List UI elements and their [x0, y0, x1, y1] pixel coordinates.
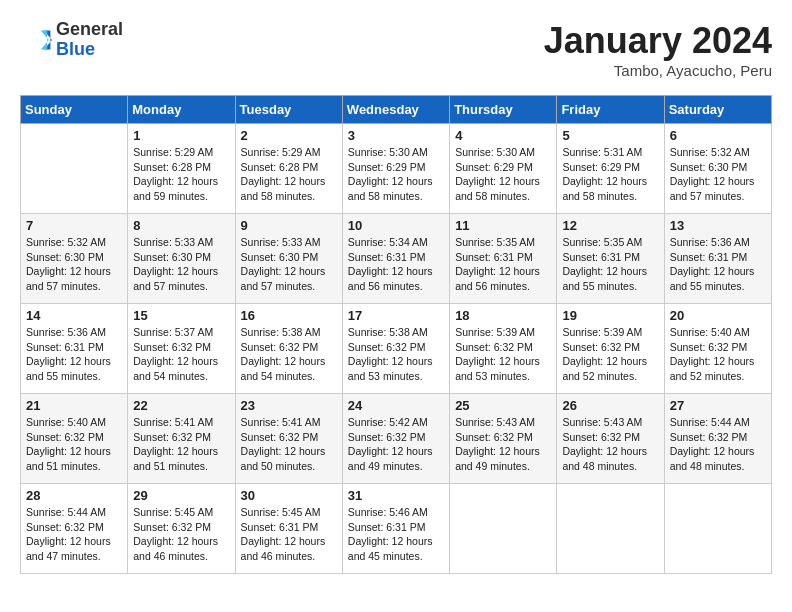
day-number: 5: [562, 128, 658, 143]
week-row-4: 21Sunrise: 5:40 AM Sunset: 6:32 PM Dayli…: [21, 394, 772, 484]
calendar-cell: 21Sunrise: 5:40 AM Sunset: 6:32 PM Dayli…: [21, 394, 128, 484]
day-info: Sunrise: 5:41 AM Sunset: 6:32 PM Dayligh…: [241, 415, 337, 474]
logo-text: General Blue: [56, 20, 123, 60]
day-number: 4: [455, 128, 551, 143]
day-number: 8: [133, 218, 229, 233]
day-info: Sunrise: 5:34 AM Sunset: 6:31 PM Dayligh…: [348, 235, 444, 294]
calendar-cell: 10Sunrise: 5:34 AM Sunset: 6:31 PM Dayli…: [342, 214, 449, 304]
day-info: Sunrise: 5:36 AM Sunset: 6:31 PM Dayligh…: [26, 325, 122, 384]
calendar-cell: 6Sunrise: 5:32 AM Sunset: 6:30 PM Daylig…: [664, 124, 771, 214]
day-number: 12: [562, 218, 658, 233]
calendar-cell: 11Sunrise: 5:35 AM Sunset: 6:31 PM Dayli…: [450, 214, 557, 304]
logo-general: General: [56, 20, 123, 40]
location: Tambo, Ayacucho, Peru: [544, 62, 772, 79]
calendar-cell: 3Sunrise: 5:30 AM Sunset: 6:29 PM Daylig…: [342, 124, 449, 214]
weekday-header-friday: Friday: [557, 96, 664, 124]
day-number: 16: [241, 308, 337, 323]
weekday-header-sunday: Sunday: [21, 96, 128, 124]
day-info: Sunrise: 5:32 AM Sunset: 6:30 PM Dayligh…: [670, 145, 766, 204]
weekday-header-monday: Monday: [128, 96, 235, 124]
page-header: General Blue January 2024 Tambo, Ayacuch…: [20, 20, 772, 79]
day-number: 22: [133, 398, 229, 413]
day-number: 15: [133, 308, 229, 323]
day-info: Sunrise: 5:39 AM Sunset: 6:32 PM Dayligh…: [455, 325, 551, 384]
day-number: 30: [241, 488, 337, 503]
day-info: Sunrise: 5:32 AM Sunset: 6:30 PM Dayligh…: [26, 235, 122, 294]
calendar-cell: 17Sunrise: 5:38 AM Sunset: 6:32 PM Dayli…: [342, 304, 449, 394]
calendar-cell: 8Sunrise: 5:33 AM Sunset: 6:30 PM Daylig…: [128, 214, 235, 304]
weekday-header-wednesday: Wednesday: [342, 96, 449, 124]
day-number: 9: [241, 218, 337, 233]
day-number: 17: [348, 308, 444, 323]
day-info: Sunrise: 5:40 AM Sunset: 6:32 PM Dayligh…: [670, 325, 766, 384]
calendar-cell: 24Sunrise: 5:42 AM Sunset: 6:32 PM Dayli…: [342, 394, 449, 484]
day-number: 24: [348, 398, 444, 413]
day-info: Sunrise: 5:43 AM Sunset: 6:32 PM Dayligh…: [455, 415, 551, 474]
title-block: January 2024 Tambo, Ayacucho, Peru: [544, 20, 772, 79]
day-info: Sunrise: 5:29 AM Sunset: 6:28 PM Dayligh…: [133, 145, 229, 204]
day-info: Sunrise: 5:30 AM Sunset: 6:29 PM Dayligh…: [455, 145, 551, 204]
day-number: 10: [348, 218, 444, 233]
weekday-header-row: SundayMondayTuesdayWednesdayThursdayFrid…: [21, 96, 772, 124]
day-info: Sunrise: 5:29 AM Sunset: 6:28 PM Dayligh…: [241, 145, 337, 204]
calendar-cell: 25Sunrise: 5:43 AM Sunset: 6:32 PM Dayli…: [450, 394, 557, 484]
day-info: Sunrise: 5:38 AM Sunset: 6:32 PM Dayligh…: [241, 325, 337, 384]
week-row-2: 7Sunrise: 5:32 AM Sunset: 6:30 PM Daylig…: [21, 214, 772, 304]
day-info: Sunrise: 5:35 AM Sunset: 6:31 PM Dayligh…: [455, 235, 551, 294]
calendar-cell: 5Sunrise: 5:31 AM Sunset: 6:29 PM Daylig…: [557, 124, 664, 214]
calendar-cell: 31Sunrise: 5:46 AM Sunset: 6:31 PM Dayli…: [342, 484, 449, 574]
day-number: 3: [348, 128, 444, 143]
month-title: January 2024: [544, 20, 772, 62]
calendar-cell: 16Sunrise: 5:38 AM Sunset: 6:32 PM Dayli…: [235, 304, 342, 394]
weekday-header-saturday: Saturday: [664, 96, 771, 124]
day-number: 20: [670, 308, 766, 323]
calendar-cell: 18Sunrise: 5:39 AM Sunset: 6:32 PM Dayli…: [450, 304, 557, 394]
day-info: Sunrise: 5:43 AM Sunset: 6:32 PM Dayligh…: [562, 415, 658, 474]
calendar-cell: 29Sunrise: 5:45 AM Sunset: 6:32 PM Dayli…: [128, 484, 235, 574]
day-number: 1: [133, 128, 229, 143]
day-number: 29: [133, 488, 229, 503]
day-info: Sunrise: 5:44 AM Sunset: 6:32 PM Dayligh…: [26, 505, 122, 564]
day-info: Sunrise: 5:41 AM Sunset: 6:32 PM Dayligh…: [133, 415, 229, 474]
calendar-cell: 19Sunrise: 5:39 AM Sunset: 6:32 PM Dayli…: [557, 304, 664, 394]
day-number: 14: [26, 308, 122, 323]
day-number: 21: [26, 398, 122, 413]
calendar-cell: 22Sunrise: 5:41 AM Sunset: 6:32 PM Dayli…: [128, 394, 235, 484]
calendar-cell: [450, 484, 557, 574]
day-number: 19: [562, 308, 658, 323]
day-number: 23: [241, 398, 337, 413]
day-info: Sunrise: 5:40 AM Sunset: 6:32 PM Dayligh…: [26, 415, 122, 474]
day-info: Sunrise: 5:33 AM Sunset: 6:30 PM Dayligh…: [241, 235, 337, 294]
calendar-cell: 26Sunrise: 5:43 AM Sunset: 6:32 PM Dayli…: [557, 394, 664, 484]
day-info: Sunrise: 5:46 AM Sunset: 6:31 PM Dayligh…: [348, 505, 444, 564]
day-number: 6: [670, 128, 766, 143]
week-row-1: 1Sunrise: 5:29 AM Sunset: 6:28 PM Daylig…: [21, 124, 772, 214]
day-number: 26: [562, 398, 658, 413]
day-info: Sunrise: 5:39 AM Sunset: 6:32 PM Dayligh…: [562, 325, 658, 384]
day-info: Sunrise: 5:30 AM Sunset: 6:29 PM Dayligh…: [348, 145, 444, 204]
week-row-3: 14Sunrise: 5:36 AM Sunset: 6:31 PM Dayli…: [21, 304, 772, 394]
day-info: Sunrise: 5:42 AM Sunset: 6:32 PM Dayligh…: [348, 415, 444, 474]
calendar-cell: 4Sunrise: 5:30 AM Sunset: 6:29 PM Daylig…: [450, 124, 557, 214]
calendar-cell: 2Sunrise: 5:29 AM Sunset: 6:28 PM Daylig…: [235, 124, 342, 214]
day-number: 7: [26, 218, 122, 233]
day-info: Sunrise: 5:45 AM Sunset: 6:32 PM Dayligh…: [133, 505, 229, 564]
weekday-header-tuesday: Tuesday: [235, 96, 342, 124]
calendar-table: SundayMondayTuesdayWednesdayThursdayFrid…: [20, 95, 772, 574]
calendar-cell: 9Sunrise: 5:33 AM Sunset: 6:30 PM Daylig…: [235, 214, 342, 304]
logo-blue: Blue: [56, 40, 123, 60]
calendar-cell: 12Sunrise: 5:35 AM Sunset: 6:31 PM Dayli…: [557, 214, 664, 304]
day-number: 25: [455, 398, 551, 413]
day-number: 13: [670, 218, 766, 233]
calendar-cell: [664, 484, 771, 574]
day-number: 31: [348, 488, 444, 503]
weekday-header-thursday: Thursday: [450, 96, 557, 124]
day-number: 27: [670, 398, 766, 413]
week-row-5: 28Sunrise: 5:44 AM Sunset: 6:32 PM Dayli…: [21, 484, 772, 574]
day-info: Sunrise: 5:36 AM Sunset: 6:31 PM Dayligh…: [670, 235, 766, 294]
calendar-cell: 1Sunrise: 5:29 AM Sunset: 6:28 PM Daylig…: [128, 124, 235, 214]
day-info: Sunrise: 5:35 AM Sunset: 6:31 PM Dayligh…: [562, 235, 658, 294]
day-number: 18: [455, 308, 551, 323]
calendar-cell: 28Sunrise: 5:44 AM Sunset: 6:32 PM Dayli…: [21, 484, 128, 574]
calendar-cell: 27Sunrise: 5:44 AM Sunset: 6:32 PM Dayli…: [664, 394, 771, 484]
